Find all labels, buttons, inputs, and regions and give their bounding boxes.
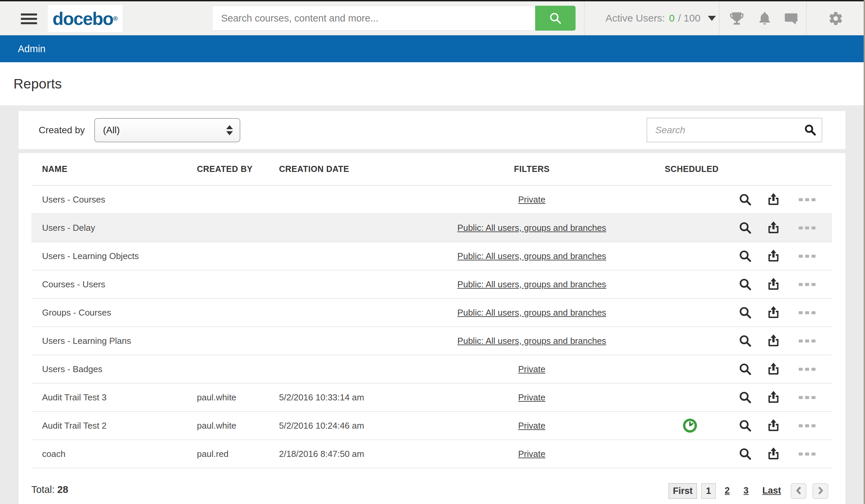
top-header: docebo® Active Users: 0 / 100: [0, 1, 865, 35]
row-menu-button[interactable]: [799, 339, 816, 342]
export-report-button[interactable]: [766, 390, 781, 405]
preview-report-button[interactable]: [738, 249, 752, 263]
total-value: 28: [57, 484, 68, 495]
global-search-input[interactable]: [212, 6, 535, 31]
table-row: Audit Trail Test 2 paul.white 5/2/2016 1…: [31, 412, 832, 440]
report-scheduled-cell: [665, 220, 715, 235]
table-search-input[interactable]: [647, 118, 822, 142]
row-menu-button[interactable]: [799, 424, 816, 427]
table-row: Users - Courses Private: [31, 186, 832, 214]
report-name: Audit Trail Test 3: [31, 392, 187, 403]
row-menu-button[interactable]: [799, 198, 816, 201]
preview-report-button[interactable]: [738, 334, 752, 348]
admin-menu-item[interactable]: Admin: [18, 44, 45, 55]
header-divider: [584, 1, 585, 35]
messages-chat-icon[interactable]: [783, 11, 798, 26]
notifications-bell-icon[interactable]: [757, 11, 772, 26]
pagination-next-button[interactable]: [812, 483, 828, 499]
preview-report-button[interactable]: [738, 277, 752, 291]
table-row: Users - Badges Private: [31, 355, 832, 384]
report-filters-cell: Private: [399, 449, 665, 459]
header-divider: [806, 1, 807, 35]
window-right-edge: [864, 0, 865, 504]
page-title: Reports: [13, 76, 62, 92]
row-menu-button[interactable]: [799, 255, 816, 258]
row-actions: [715, 447, 832, 461]
docebo-logo[interactable]: docebo®: [48, 5, 123, 32]
row-menu-button[interactable]: [799, 226, 816, 230]
filter-bar: Created by (All): [19, 111, 845, 149]
report-filters-link[interactable]: Private: [518, 364, 545, 374]
report-filters-link[interactable]: Private: [518, 421, 545, 431]
preview-report-button[interactable]: [738, 305, 752, 320]
active-users-max: / 100: [678, 12, 701, 24]
pagination-first-button[interactable]: First: [668, 483, 697, 499]
pagination-page-1-current[interactable]: 1: [701, 483, 716, 499]
table-row: Audit Trail Test 3 paul.white 5/2/2016 1…: [31, 384, 832, 412]
export-report-button[interactable]: [766, 277, 781, 291]
preview-report-button[interactable]: [738, 419, 752, 433]
preview-report-button[interactable]: [738, 192, 752, 207]
table-row: Courses - Users Public: All users, group…: [31, 270, 832, 299]
created-by-selected-value: (All): [103, 125, 120, 136]
pagination-page-2-link[interactable]: 2: [725, 485, 730, 496]
global-search-button[interactable]: [535, 6, 576, 31]
preview-report-button[interactable]: [738, 447, 752, 461]
row-menu-button[interactable]: [799, 368, 816, 371]
export-report-button[interactable]: [766, 221, 781, 235]
report-scheduled-cell: [665, 333, 715, 349]
preview-report-button[interactable]: [738, 362, 752, 376]
hamburger-menu-icon[interactable]: [21, 13, 37, 24]
report-created-by: paul.red: [187, 449, 269, 459]
active-users-dropdown[interactable]: Active Users: 0 / 100: [606, 1, 716, 35]
export-report-button[interactable]: [766, 447, 781, 461]
report-name: coach: [31, 449, 187, 459]
window-top-edge: [0, 0, 865, 1]
report-filters-link[interactable]: Private: [518, 392, 545, 402]
search-icon[interactable]: [804, 123, 817, 137]
report-name: Audit Trail Test 2: [31, 421, 187, 431]
report-filters-link[interactable]: Public: All users, groups and branches: [458, 336, 606, 346]
row-menu-button[interactable]: [799, 311, 816, 314]
report-scheduled-cell: [665, 390, 715, 405]
table-row: Users - Learning Objects Public: All use…: [31, 242, 832, 270]
scheduled-clock-icon: [682, 418, 698, 433]
chevron-right-icon: [816, 486, 825, 496]
report-filters-link[interactable]: Private: [518, 449, 545, 459]
row-actions: [715, 192, 832, 207]
row-actions: [715, 334, 832, 348]
reports-table: NAME CREATED BY CREATION DATE FILTERS SC…: [19, 153, 845, 504]
pagination-prev-button[interactable]: [791, 483, 806, 499]
report-name: Users - Learning Plans: [31, 336, 187, 346]
preview-report-button[interactable]: [738, 390, 752, 405]
gamification-trophy-icon[interactable]: [729, 11, 745, 26]
pagination-last-link[interactable]: Last: [762, 485, 781, 496]
report-filters-cell: Private: [399, 421, 665, 431]
logo-registered-mark: ®: [113, 15, 118, 22]
export-report-button[interactable]: [766, 334, 781, 348]
export-report-button[interactable]: [766, 362, 781, 376]
report-name: Courses - Users: [31, 279, 187, 290]
row-menu-button[interactable]: [799, 396, 816, 399]
total-count: Total:28: [31, 484, 68, 495]
row-menu-button[interactable]: [799, 283, 816, 286]
report-filters-link[interactable]: Public: All users, groups and branches: [458, 251, 606, 261]
settings-gear-icon[interactable]: [828, 11, 843, 26]
pagination-page-3-link[interactable]: 3: [743, 485, 749, 496]
column-header-scheduled: SCHEDULED: [665, 164, 715, 174]
report-filters-cell: Public: All users, groups and branches: [399, 279, 665, 290]
export-report-button[interactable]: [766, 305, 781, 320]
report-filters-cell: Private: [399, 392, 665, 403]
export-report-button[interactable]: [766, 192, 781, 207]
export-report-button[interactable]: [766, 249, 781, 263]
report-filters-link[interactable]: Public: All users, groups and branches: [458, 307, 606, 318]
row-actions: [715, 362, 832, 376]
created-by-select[interactable]: (All): [94, 118, 240, 142]
created-by-label: Created by: [39, 125, 85, 136]
export-report-button[interactable]: [766, 419, 781, 433]
report-filters-link[interactable]: Public: All users, groups and branches: [458, 223, 606, 233]
report-filters-link[interactable]: Public: All users, groups and branches: [458, 279, 606, 289]
preview-report-button[interactable]: [738, 221, 752, 235]
row-menu-button[interactable]: [799, 453, 816, 456]
report-filters-link[interactable]: Private: [518, 195, 545, 204]
